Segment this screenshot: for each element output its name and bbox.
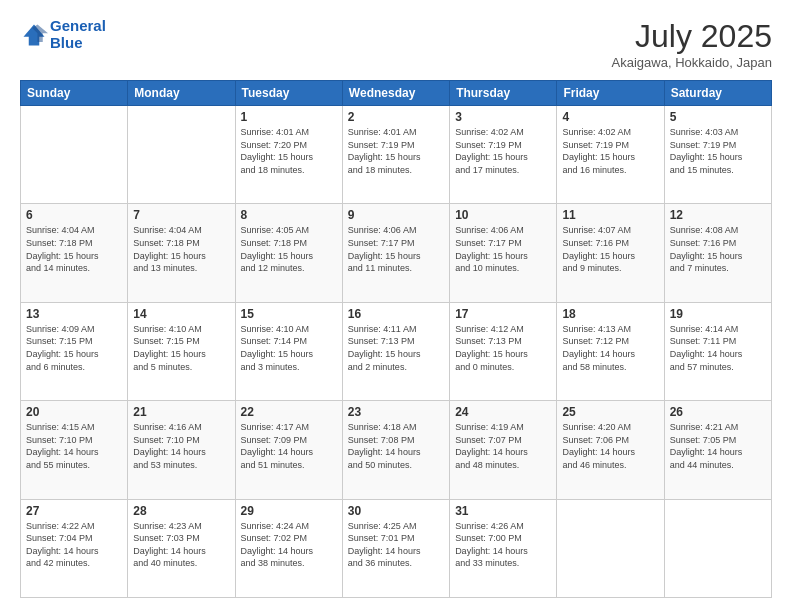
page: General Blue July 2025 Akaigawa, Hokkaid…	[0, 0, 792, 612]
day-number: 11	[562, 208, 658, 222]
logo-text: General Blue	[50, 18, 106, 51]
calendar-cell: 14Sunrise: 4:10 AM Sunset: 7:15 PM Dayli…	[128, 302, 235, 400]
calendar-cell: 23Sunrise: 4:18 AM Sunset: 7:08 PM Dayli…	[342, 401, 449, 499]
calendar-cell: 27Sunrise: 4:22 AM Sunset: 7:04 PM Dayli…	[21, 499, 128, 597]
calendar-cell: 24Sunrise: 4:19 AM Sunset: 7:07 PM Dayli…	[450, 401, 557, 499]
day-info: Sunrise: 4:13 AM Sunset: 7:12 PM Dayligh…	[562, 323, 658, 373]
day-number: 16	[348, 307, 444, 321]
weekday-header: Monday	[128, 81, 235, 106]
day-info: Sunrise: 4:23 AM Sunset: 7:03 PM Dayligh…	[133, 520, 229, 570]
calendar-cell: 7Sunrise: 4:04 AM Sunset: 7:18 PM Daylig…	[128, 204, 235, 302]
day-number: 13	[26, 307, 122, 321]
day-info: Sunrise: 4:03 AM Sunset: 7:19 PM Dayligh…	[670, 126, 766, 176]
weekday-header: Thursday	[450, 81, 557, 106]
day-info: Sunrise: 4:20 AM Sunset: 7:06 PM Dayligh…	[562, 421, 658, 471]
day-number: 1	[241, 110, 337, 124]
weekday-header: Saturday	[664, 81, 771, 106]
day-info: Sunrise: 4:10 AM Sunset: 7:15 PM Dayligh…	[133, 323, 229, 373]
day-number: 23	[348, 405, 444, 419]
day-info: Sunrise: 4:01 AM Sunset: 7:19 PM Dayligh…	[348, 126, 444, 176]
calendar-week-row: 1Sunrise: 4:01 AM Sunset: 7:20 PM Daylig…	[21, 106, 772, 204]
calendar-week-row: 13Sunrise: 4:09 AM Sunset: 7:15 PM Dayli…	[21, 302, 772, 400]
calendar-cell	[21, 106, 128, 204]
calendar-cell: 29Sunrise: 4:24 AM Sunset: 7:02 PM Dayli…	[235, 499, 342, 597]
day-info: Sunrise: 4:25 AM Sunset: 7:01 PM Dayligh…	[348, 520, 444, 570]
logo-icon	[20, 21, 48, 49]
day-number: 10	[455, 208, 551, 222]
day-number: 12	[670, 208, 766, 222]
calendar-cell: 15Sunrise: 4:10 AM Sunset: 7:14 PM Dayli…	[235, 302, 342, 400]
day-number: 9	[348, 208, 444, 222]
day-number: 26	[670, 405, 766, 419]
weekday-header: Tuesday	[235, 81, 342, 106]
calendar-table: SundayMondayTuesdayWednesdayThursdayFrid…	[20, 80, 772, 598]
calendar-cell: 30Sunrise: 4:25 AM Sunset: 7:01 PM Dayli…	[342, 499, 449, 597]
calendar-cell: 13Sunrise: 4:09 AM Sunset: 7:15 PM Dayli…	[21, 302, 128, 400]
day-info: Sunrise: 4:16 AM Sunset: 7:10 PM Dayligh…	[133, 421, 229, 471]
calendar-week-row: 6Sunrise: 4:04 AM Sunset: 7:18 PM Daylig…	[21, 204, 772, 302]
day-info: Sunrise: 4:26 AM Sunset: 7:00 PM Dayligh…	[455, 520, 551, 570]
calendar-cell	[557, 499, 664, 597]
day-number: 28	[133, 504, 229, 518]
day-info: Sunrise: 4:17 AM Sunset: 7:09 PM Dayligh…	[241, 421, 337, 471]
calendar-cell: 11Sunrise: 4:07 AM Sunset: 7:16 PM Dayli…	[557, 204, 664, 302]
day-info: Sunrise: 4:07 AM Sunset: 7:16 PM Dayligh…	[562, 224, 658, 274]
day-info: Sunrise: 4:12 AM Sunset: 7:13 PM Dayligh…	[455, 323, 551, 373]
calendar-cell: 28Sunrise: 4:23 AM Sunset: 7:03 PM Dayli…	[128, 499, 235, 597]
weekday-header: Sunday	[21, 81, 128, 106]
day-number: 20	[26, 405, 122, 419]
calendar-header-row: SundayMondayTuesdayWednesdayThursdayFrid…	[21, 81, 772, 106]
calendar-cell: 5Sunrise: 4:03 AM Sunset: 7:19 PM Daylig…	[664, 106, 771, 204]
calendar-cell: 20Sunrise: 4:15 AM Sunset: 7:10 PM Dayli…	[21, 401, 128, 499]
day-info: Sunrise: 4:14 AM Sunset: 7:11 PM Dayligh…	[670, 323, 766, 373]
calendar-cell: 2Sunrise: 4:01 AM Sunset: 7:19 PM Daylig…	[342, 106, 449, 204]
weekday-header: Friday	[557, 81, 664, 106]
day-info: Sunrise: 4:18 AM Sunset: 7:08 PM Dayligh…	[348, 421, 444, 471]
day-info: Sunrise: 4:11 AM Sunset: 7:13 PM Dayligh…	[348, 323, 444, 373]
day-info: Sunrise: 4:04 AM Sunset: 7:18 PM Dayligh…	[26, 224, 122, 274]
calendar-week-row: 27Sunrise: 4:22 AM Sunset: 7:04 PM Dayli…	[21, 499, 772, 597]
day-number: 21	[133, 405, 229, 419]
day-number: 24	[455, 405, 551, 419]
day-number: 30	[348, 504, 444, 518]
calendar-week-row: 20Sunrise: 4:15 AM Sunset: 7:10 PM Dayli…	[21, 401, 772, 499]
day-number: 27	[26, 504, 122, 518]
calendar-cell: 4Sunrise: 4:02 AM Sunset: 7:19 PM Daylig…	[557, 106, 664, 204]
calendar-cell: 21Sunrise: 4:16 AM Sunset: 7:10 PM Dayli…	[128, 401, 235, 499]
day-number: 25	[562, 405, 658, 419]
calendar-cell: 25Sunrise: 4:20 AM Sunset: 7:06 PM Dayli…	[557, 401, 664, 499]
header: General Blue July 2025 Akaigawa, Hokkaid…	[20, 18, 772, 70]
day-number: 2	[348, 110, 444, 124]
calendar-cell: 17Sunrise: 4:12 AM Sunset: 7:13 PM Dayli…	[450, 302, 557, 400]
location: Akaigawa, Hokkaido, Japan	[612, 55, 772, 70]
day-number: 31	[455, 504, 551, 518]
day-number: 3	[455, 110, 551, 124]
calendar-cell: 10Sunrise: 4:06 AM Sunset: 7:17 PM Dayli…	[450, 204, 557, 302]
day-number: 14	[133, 307, 229, 321]
title-block: July 2025 Akaigawa, Hokkaido, Japan	[612, 18, 772, 70]
calendar-cell: 6Sunrise: 4:04 AM Sunset: 7:18 PM Daylig…	[21, 204, 128, 302]
calendar-cell: 16Sunrise: 4:11 AM Sunset: 7:13 PM Dayli…	[342, 302, 449, 400]
calendar-cell: 18Sunrise: 4:13 AM Sunset: 7:12 PM Dayli…	[557, 302, 664, 400]
day-info: Sunrise: 4:24 AM Sunset: 7:02 PM Dayligh…	[241, 520, 337, 570]
day-number: 6	[26, 208, 122, 222]
calendar-cell	[128, 106, 235, 204]
day-info: Sunrise: 4:02 AM Sunset: 7:19 PM Dayligh…	[455, 126, 551, 176]
day-info: Sunrise: 4:10 AM Sunset: 7:14 PM Dayligh…	[241, 323, 337, 373]
day-info: Sunrise: 4:01 AM Sunset: 7:20 PM Dayligh…	[241, 126, 337, 176]
day-number: 29	[241, 504, 337, 518]
day-number: 17	[455, 307, 551, 321]
day-info: Sunrise: 4:05 AM Sunset: 7:18 PM Dayligh…	[241, 224, 337, 274]
calendar-cell: 19Sunrise: 4:14 AM Sunset: 7:11 PM Dayli…	[664, 302, 771, 400]
day-number: 18	[562, 307, 658, 321]
day-number: 7	[133, 208, 229, 222]
calendar-cell: 22Sunrise: 4:17 AM Sunset: 7:09 PM Dayli…	[235, 401, 342, 499]
day-number: 22	[241, 405, 337, 419]
day-number: 15	[241, 307, 337, 321]
day-info: Sunrise: 4:06 AM Sunset: 7:17 PM Dayligh…	[455, 224, 551, 274]
day-number: 8	[241, 208, 337, 222]
day-number: 4	[562, 110, 658, 124]
calendar-cell: 3Sunrise: 4:02 AM Sunset: 7:19 PM Daylig…	[450, 106, 557, 204]
day-info: Sunrise: 4:06 AM Sunset: 7:17 PM Dayligh…	[348, 224, 444, 274]
calendar-cell: 8Sunrise: 4:05 AM Sunset: 7:18 PM Daylig…	[235, 204, 342, 302]
